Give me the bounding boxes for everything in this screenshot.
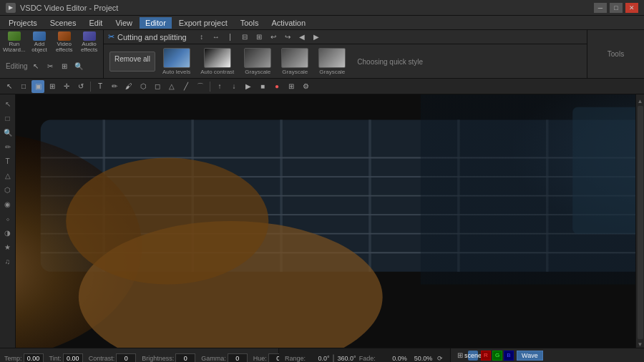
tool-stop[interactable]: ■ <box>256 80 269 93</box>
run-icon <box>8 31 21 41</box>
g-button[interactable]: G <box>492 351 502 361</box>
contrast-value[interactable]: 0 <box>116 353 136 363</box>
brightness-value[interactable]: 0 <box>175 353 195 363</box>
tool-select[interactable]: □ <box>17 80 30 93</box>
tool-move[interactable]: ✛ <box>60 80 73 93</box>
redo-icon[interactable]: ↪ <box>281 31 294 44</box>
b-button[interactable]: B <box>504 351 514 361</box>
hue-track[interactable] <box>333 354 334 362</box>
menu-editor[interactable]: Editor <box>140 17 172 29</box>
cursor-tool[interactable]: ↖ <box>29 60 42 73</box>
sidebar-brush[interactable]: ✏ <box>1 140 14 153</box>
auto-contrast-button[interactable]: Auto contrast <box>197 47 237 77</box>
split2-icon[interactable]: ⊟ <box>238 31 251 44</box>
cut-tool[interactable]: ✂ <box>44 60 57 73</box>
sidebar-music[interactable]: ♫ <box>1 255 14 268</box>
split-tool[interactable]: ⊞ <box>58 60 71 73</box>
toolbar-buttons-row: Run Wizard... Add object Video effects A… <box>0 30 103 54</box>
tool-up[interactable]: ↑ <box>213 80 226 93</box>
cutting-label: Cutting and splitting <box>117 33 187 41</box>
tool-crop[interactable]: ⊞ <box>46 80 59 93</box>
back-icon[interactable]: ◀ <box>296 31 308 44</box>
waveform-header: ⊞ scene R G B Wave <box>451 348 644 362</box>
sidebar-text[interactable]: T <box>1 155 14 167</box>
sidebar-select[interactable]: □ <box>1 112 14 124</box>
run-wizard-button[interactable]: Run Wizard... <box>3 31 26 53</box>
menu-scenes[interactable]: Scenes <box>44 17 82 29</box>
sidebar-eye[interactable]: ◉ <box>1 197 14 210</box>
tool-eraser[interactable]: ◻ <box>151 80 164 93</box>
video-effects-label: Video effects <box>53 41 75 53</box>
tool-grid[interactable]: ⊞ <box>285 80 298 93</box>
gamma-value[interactable]: 0 <box>228 353 248 363</box>
menu-export[interactable]: Export project <box>173 17 233 29</box>
hue-range-label: Range: <box>285 355 308 362</box>
tool-fill[interactable]: ⬡ <box>137 80 150 93</box>
quick-style-label: Choosing quick style <box>353 58 427 66</box>
scroll-down[interactable]: ▼ <box>637 341 644 348</box>
tool-play[interactable]: ▶ <box>242 80 255 93</box>
fwd-icon[interactable]: ▶ <box>310 31 323 44</box>
maximize-button[interactable]: □ <box>610 3 623 13</box>
temp-value[interactable]: 0.00 <box>24 353 44 363</box>
tool-active[interactable]: ▣ <box>31 80 44 93</box>
svg-point-16 <box>66 158 268 285</box>
sidebar-fill[interactable]: ⬡ <box>1 183 14 196</box>
tint-value[interactable]: 0.00 <box>63 353 83 363</box>
audio-effects-button[interactable]: Audio effects <box>78 31 100 53</box>
remove-all-button[interactable]: Remove all <box>109 52 155 72</box>
hue-reset-icon[interactable]: ⟳ <box>435 354 444 362</box>
wave-type-button[interactable]: Wave <box>517 351 543 361</box>
minimize-button[interactable]: ─ <box>594 3 607 13</box>
tool-rec[interactable]: ● <box>270 80 283 93</box>
divider-1 <box>90 82 91 92</box>
scene-dropdown[interactable]: scene <box>468 351 478 361</box>
tool-rotate[interactable]: ↺ <box>74 80 87 93</box>
color-params-row: Temp: 0.00 Tint: 0.00 Contrast: 0 Bright… <box>0 348 278 362</box>
video-effects-button[interactable]: Video effects <box>53 31 75 53</box>
grayscale-button-1[interactable]: Grayscale <box>241 47 274 77</box>
sidebar-color[interactable]: ◑ <box>1 226 14 239</box>
add-object-button[interactable]: Add object <box>29 31 51 53</box>
tool-down[interactable]: ↓ <box>228 80 240 93</box>
tool-line[interactable]: ╱ <box>180 80 192 93</box>
scroll-up[interactable]: ▲ <box>637 97 644 104</box>
merge-icon[interactable]: ⊞ <box>253 31 265 44</box>
menu-projects[interactable]: Projects <box>3 17 43 29</box>
menu-edit[interactable]: Edit <box>83 17 108 29</box>
waveform-lock-icon[interactable]: ⊞ <box>455 351 465 361</box>
sidebar-key[interactable]: ⬦ <box>1 212 14 225</box>
tool-bezier[interactable]: ⌒ <box>194 80 207 93</box>
tool-snap[interactable]: ⚙ <box>299 80 312 93</box>
menu-view[interactable]: View <box>109 17 138 29</box>
audio-effects-icon <box>83 31 96 41</box>
close-button[interactable]: ✕ <box>625 3 638 13</box>
scrollbar-track[interactable] <box>638 106 643 339</box>
audio-effects-label: Audio effects <box>78 41 100 53</box>
sidebar-shape[interactable]: △ <box>1 169 14 182</box>
scene-label: scene <box>464 352 482 359</box>
cut-icon[interactable]: ↕ <box>195 31 208 44</box>
editing-label: Editing <box>3 62 28 70</box>
menu-activation[interactable]: Activation <box>265 17 311 29</box>
trim-icon[interactable]: ↔ <box>210 31 223 44</box>
tool-text[interactable]: T <box>94 80 107 93</box>
undo-icon[interactable]: ↩ <box>267 31 280 44</box>
blade-icon[interactable]: | <box>224 31 237 44</box>
auto-levels-button[interactable]: Auto levels <box>160 47 193 77</box>
r-button[interactable]: R <box>481 351 491 361</box>
tool-arrow[interactable]: ↖ <box>3 80 16 93</box>
sidebar-zoom[interactable]: 🔍 <box>1 126 14 139</box>
tool-pen[interactable]: ✏ <box>108 80 121 93</box>
waveform-panel: ⊞ scene R G B Wave <box>451 348 644 362</box>
tool-shape[interactable]: △ <box>165 80 178 93</box>
grayscale-button-2[interactable]: Grayscale <box>278 47 311 77</box>
sidebar-fx[interactable]: ★ <box>1 240 14 253</box>
menu-tools[interactable]: Tools <box>235 17 265 29</box>
hue-fade-end: 50.0% <box>410 355 433 362</box>
grayscale-button-3[interactable]: Grayscale <box>316 47 348 77</box>
zoom-tool[interactable]: 🔍 <box>72 60 85 73</box>
run-label: Run Wizard... <box>3 41 26 53</box>
sidebar-cursor[interactable]: ↖ <box>1 97 14 110</box>
tool-brush[interactable]: 🖌 <box>122 80 135 93</box>
